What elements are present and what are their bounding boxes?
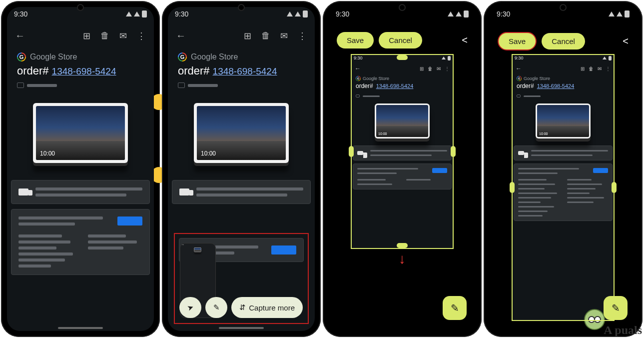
sender: Google Store: [17, 52, 144, 62]
action-button[interactable]: [117, 216, 142, 226]
status-time: 9:30: [14, 10, 27, 18]
front-camera: [399, 4, 406, 11]
phone-frame-2: 9:30 ← ⊞ 🗑 ✉ ⋮ Google Store order#1348-6…: [162, 1, 321, 337]
share-icon[interactable]: <: [623, 36, 629, 47]
front-camera: [560, 4, 567, 11]
save-button[interactable]: Save: [498, 32, 537, 50]
nav-pill[interactable]: [58, 327, 103, 329]
screenshot-actions: ➤ ✎ ⇵Capture more: [179, 297, 303, 318]
crop-handle-top[interactable]: [397, 55, 408, 60]
screen-2: 9:30 ← ⊞ 🗑 ✉ ⋮ Google Store order#1348-6…: [168, 7, 315, 331]
folder-indicator: [17, 82, 144, 88]
cancel-button[interactable]: Cancel: [542, 33, 585, 50]
nav-pill[interactable]: [219, 327, 264, 329]
phone-frame-1: 9:30 ← ⊞ 🗑 ✉ ⋮ Google Store: [1, 1, 160, 337]
capture-more-button[interactable]: ⇵Capture more: [231, 297, 303, 318]
mail-icon[interactable]: ✉: [119, 30, 127, 42]
archive-icon[interactable]: ⊞: [244, 30, 251, 42]
delete-icon[interactable]: 🗑: [261, 30, 270, 42]
shipping-card: [11, 180, 150, 204]
app-bar: ← ⊞ 🗑 ✉ ⋮: [7, 21, 154, 50]
details-card: [11, 209, 150, 275]
google-logo-icon: [17, 52, 26, 62]
delete-icon[interactable]: 🗑: [100, 30, 109, 42]
order-number-link[interactable]: 1348-698-5424: [52, 66, 116, 77]
share-button[interactable]: ➤: [179, 297, 201, 318]
save-button[interactable]: Save: [337, 32, 374, 48]
back-icon[interactable]: ←: [15, 30, 25, 42]
tutorial-panels: 9:30 ← ⊞ 🗑 ✉ ⋮ Google Store: [0, 0, 644, 338]
share-icon[interactable]: <: [462, 34, 468, 46]
back-icon[interactable]: ←: [176, 30, 186, 42]
more-icon[interactable]: ⋮: [137, 30, 146, 42]
truck-icon: [18, 188, 28, 196]
crop-handle-bottom[interactable]: [397, 243, 408, 248]
edit-fab[interactable]: ✎: [443, 296, 467, 320]
edit-icon: ✎: [451, 302, 459, 314]
drag-down-arrow: ↓: [399, 251, 406, 267]
crop-action-bar: Save Cancel <: [498, 32, 629, 50]
more-icon[interactable]: ⋮: [298, 30, 307, 42]
mail-icon[interactable]: ✉: [280, 30, 288, 42]
share-icon: ➤: [186, 302, 195, 312]
crop-selection[interactable]: [351, 54, 454, 249]
watermark: A puals: [604, 324, 642, 337]
front-camera: [77, 4, 84, 11]
crop-handle-right[interactable]: [451, 146, 456, 157]
crop-handle-left[interactable]: [349, 146, 354, 157]
sender-name: Google Store: [30, 52, 77, 62]
front-camera: [238, 4, 245, 11]
phone-frame-3: 9:30 Save Cancel < 9:30 ←⊞🗑✉⋮ Google Sto…: [323, 1, 482, 337]
crop-handle-right[interactable]: [612, 182, 617, 193]
screen-3: 9:30 Save Cancel < 9:30 ←⊞🗑✉⋮ Google Sto…: [329, 7, 476, 331]
screen-4: 9:30 Save Cancel < 9:30 ←⊞🗑✉⋮ Google Sto…: [490, 7, 637, 331]
edit-button[interactable]: ✎: [205, 297, 227, 318]
expand-icon: ⇵: [239, 303, 246, 312]
product-image: 10:00: [17, 103, 144, 163]
screen-1: 9:30 ← ⊞ 🗑 ✉ ⋮ Google Store: [7, 7, 154, 331]
crop-handle-left[interactable]: [510, 182, 515, 193]
crop-selection[interactable]: [512, 54, 615, 321]
phone-frame-4: 9:30 Save Cancel < 9:30 ←⊞🗑✉⋮ Google Sto…: [484, 1, 643, 337]
status-icons: [126, 10, 147, 18]
edit-icon: ✎: [612, 302, 620, 314]
edit-icon: ✎: [213, 303, 220, 312]
cancel-button[interactable]: Cancel: [379, 32, 422, 48]
archive-icon[interactable]: ⊞: [83, 30, 90, 42]
crop-action-bar: Save Cancel <: [337, 32, 468, 48]
order-label: order#: [17, 64, 49, 78]
edit-fab[interactable]: ✎: [604, 296, 628, 320]
screenshot-toolbar-highlight: 9:30 ➤ ✎ ⇵Capture more: [174, 233, 309, 324]
capture-more-label: Capture more: [249, 304, 295, 312]
